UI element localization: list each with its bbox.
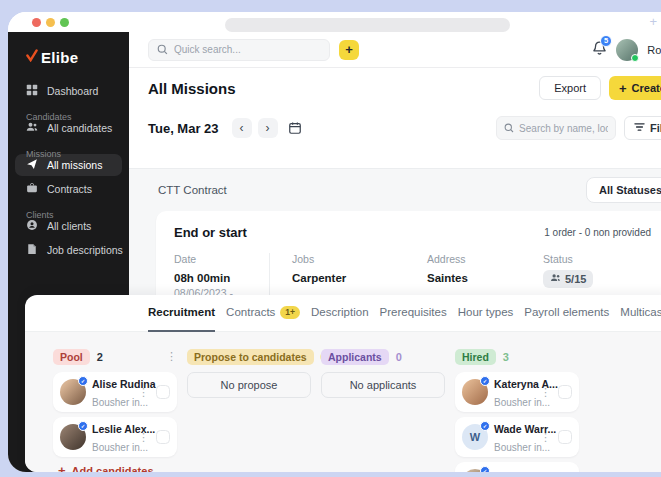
search-icon xyxy=(157,41,168,59)
staffing-status-badge: 5/15 xyxy=(543,270,593,288)
filter-button[interactable]: Filter xyxy=(624,116,661,140)
card-menu-icon[interactable]: ⋮ xyxy=(539,432,552,443)
candidate-card[interactable]: W✓ Wade Warr... Bousher in... ⋮ xyxy=(455,417,579,457)
contracts-tab-badge: 1+ xyxy=(280,306,300,319)
column-menu-icon[interactable]: ⋮ xyxy=(166,351,177,362)
board-column-applicants: Applicants 0 No applicants xyxy=(321,348,445,472)
card-menu-icon[interactable]: ⋮ xyxy=(539,387,552,398)
candidate-checkbox[interactable] xyxy=(558,385,572,399)
add-candidates-button[interactable]: + Add candidates xyxy=(53,463,154,472)
dashboard-icon xyxy=(26,84,38,98)
avatar: ✓ xyxy=(462,379,488,405)
tab-multicast[interactable]: Multicast xyxy=(620,295,661,332)
avatar: ✓ xyxy=(462,469,488,472)
minimize-window-icon[interactable] xyxy=(46,18,55,27)
mission-title: End or start xyxy=(174,225,247,240)
prev-day-button[interactable]: ‹ xyxy=(232,118,252,138)
people-icon xyxy=(550,273,561,285)
filter-label: Filter xyxy=(650,122,661,134)
close-window-icon[interactable] xyxy=(32,18,41,27)
page-header: All Missions Export + Create mi xyxy=(129,68,661,108)
sidebar-item-all-missions[interactable]: All missions xyxy=(15,154,122,176)
mission-search-input[interactable] xyxy=(519,123,608,134)
contract-group-label: CTT Contract xyxy=(158,184,227,196)
sidebar-item-all-clients[interactable]: All clients xyxy=(15,215,122,237)
contract-group-row: CTT Contract All Statuses xyxy=(129,169,661,211)
calendar-icon[interactable] xyxy=(288,121,302,135)
card-menu-icon[interactable]: ⋮ xyxy=(137,387,150,398)
paper-plane-icon xyxy=(26,158,38,172)
column-name-badge: Applicants xyxy=(321,349,389,365)
sidebar-item-label: All clients xyxy=(47,220,91,232)
field-label: Address xyxy=(427,253,520,265)
tab-label: Multicast xyxy=(620,306,661,318)
board-column-pool: Pool 2 ⋮ ✓ Alise Rudina Bousher in... ⋮ … xyxy=(53,348,177,472)
topbar-user-cluster: 5 Ronald Ric xyxy=(592,39,661,61)
column-header: Applicants 0 xyxy=(321,348,445,365)
add-candidates-label: Add candidates xyxy=(72,465,154,473)
sidebar-item-dashboard[interactable]: Dashboard xyxy=(15,80,122,102)
candidate-card[interactable]: ✓ Alise Rudina Bousher in... ⋮ xyxy=(53,372,177,412)
export-button[interactable]: Export xyxy=(539,76,601,100)
sidebar-item-label: All candidates xyxy=(47,122,112,134)
candidate-checkbox[interactable] xyxy=(558,430,572,444)
notification-badge: 5 xyxy=(600,35,612,47)
candidate-card[interactable]: ✓ Kateryna A... Bousher in... ⋮ xyxy=(455,372,579,412)
candidate-checkbox[interactable] xyxy=(156,430,170,444)
user-name[interactable]: Ronald Ric xyxy=(647,44,661,56)
candidate-card[interactable]: ✓ Leslie Alex... Bousher in... ⋮ xyxy=(53,417,177,457)
page-title: All Missions xyxy=(148,80,236,97)
user-avatar[interactable] xyxy=(616,39,638,61)
candidate-checkbox[interactable] xyxy=(156,385,170,399)
tab-recruitment[interactable]: Recruitment xyxy=(148,295,215,332)
field-value: 08h 00min xyxy=(174,272,269,284)
notifications-button[interactable]: 5 xyxy=(592,40,607,60)
logo: Elibe xyxy=(26,48,129,66)
elibe-logo-icon xyxy=(26,48,38,66)
column-header: Pool 2 ⋮ xyxy=(53,348,177,365)
sidebar-item-label: Contracts xyxy=(47,183,92,195)
field-label: Status xyxy=(543,253,593,265)
avatar-badge-icon: ✓ xyxy=(78,421,88,431)
column-count: 3 xyxy=(503,351,509,363)
board-column-propose: Propose to candidates 0 No propose xyxy=(187,348,311,472)
column-header: Propose to candidates 0 xyxy=(187,348,311,365)
field-label: Date xyxy=(174,253,269,265)
field-value: Saintes xyxy=(427,272,520,284)
sidebar-item-label: All missions xyxy=(47,159,102,171)
tab-contracts[interactable]: Contracts 1+ xyxy=(226,295,300,332)
card-menu-icon[interactable]: ⋮ xyxy=(137,432,150,443)
logo-text: Elibe xyxy=(41,49,78,66)
column-name-badge: Propose to candidates xyxy=(187,349,314,365)
status-filter-button[interactable]: All Statuses xyxy=(586,177,661,203)
tab-description[interactable]: Description xyxy=(311,295,369,332)
next-day-button[interactable]: › xyxy=(258,118,278,138)
quick-add-button[interactable]: + xyxy=(339,40,359,60)
mission-search[interactable] xyxy=(496,116,616,140)
sidebar-section-clients: Clients xyxy=(8,200,129,213)
zoom-window-icon[interactable] xyxy=(60,18,69,27)
briefcase-icon xyxy=(26,182,38,196)
browser-tab-placeholder[interactable] xyxy=(225,18,510,32)
candidate-role: Bousher in... xyxy=(92,397,148,408)
column-name-badge: Pool xyxy=(53,349,90,365)
tab-payroll-elements[interactable]: Payroll elements xyxy=(524,295,609,332)
search-icon xyxy=(504,119,514,137)
quick-search[interactable] xyxy=(148,39,330,61)
quick-search-input[interactable] xyxy=(174,44,321,55)
sidebar-item-contracts[interactable]: Contracts xyxy=(15,178,122,200)
tab-prerequisites[interactable]: Prerequisites xyxy=(380,295,447,332)
board-column-hired: Hired 3 ✓ Kateryna A... Bousher in... ⋮ … xyxy=(455,348,579,472)
tab-hour-types[interactable]: Hour types xyxy=(458,295,514,332)
create-mission-button[interactable]: + Create mi xyxy=(609,76,661,100)
tab-label: Prerequisites xyxy=(380,306,447,318)
sidebar-item-job-descriptions[interactable]: Job descriptions xyxy=(15,239,122,261)
column-header: Hired 3 xyxy=(455,348,579,365)
new-tab-icon[interactable]: + xyxy=(649,14,657,29)
person-circle-icon xyxy=(26,219,38,233)
candidate-card[interactable]: ✓ Esther How... ⋮ xyxy=(455,462,579,472)
current-date-label: Tue, Mar 23 xyxy=(148,121,219,136)
column-name-badge: Hired xyxy=(455,349,496,365)
candidate-info: Kateryna A... Bousher in... xyxy=(494,374,533,410)
recruitment-board: Pool 2 ⋮ ✓ Alise Rudina Bousher in... ⋮ … xyxy=(25,332,661,472)
